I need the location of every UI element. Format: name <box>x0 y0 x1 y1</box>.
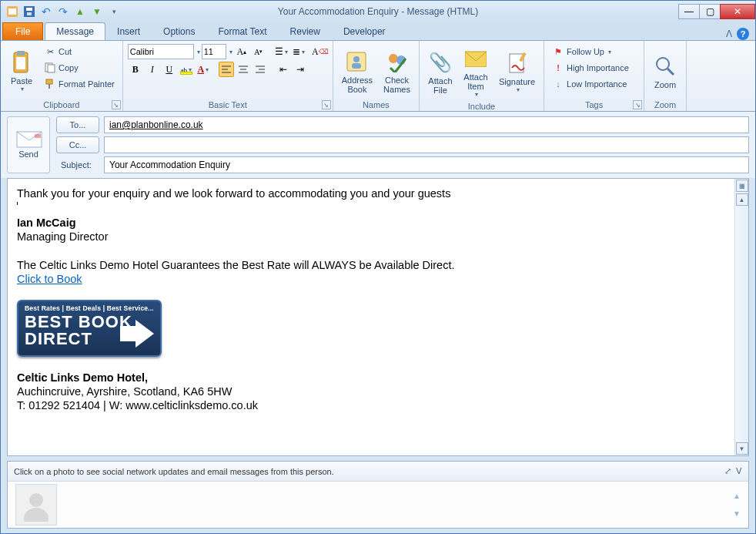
italic-icon[interactable]: I <box>145 62 160 77</box>
attach-item-button[interactable]: Attach Item▾ <box>460 44 492 100</box>
people-scroll-down-icon[interactable]: ▼ <box>733 509 741 518</box>
click-to-book-link[interactable]: Click to Book <box>17 273 82 285</box>
undo-icon[interactable]: ↶ <box>39 5 53 18</box>
ruler-toggle-icon[interactable]: ▦ <box>736 180 748 192</box>
people-pane-expand-icon[interactable]: ⤢ <box>724 466 731 476</box>
bullets-icon[interactable]: ☰▾ <box>274 44 289 59</box>
check-names-button[interactable]: Check Names <box>380 44 414 99</box>
hotel-name: Celtic Links Demo Hotel, <box>17 371 148 384</box>
outlook-icon[interactable] <box>5 5 19 18</box>
font-color-icon[interactable]: A▾ <box>196 62 211 77</box>
send-button[interactable]: Send <box>7 116 50 173</box>
highlight-icon[interactable]: ab▾ <box>179 62 194 77</box>
message-body[interactable]: Thank you for your enquiry and we look f… <box>8 179 734 455</box>
svg-rect-23 <box>352 63 361 69</box>
hotel-address: Auchincruive, Ayrshire, Scotland, KA6 5H… <box>17 385 725 398</box>
group-label-names: Names <box>338 99 414 109</box>
svg-rect-4 <box>27 12 32 15</box>
font-size-select[interactable] <box>202 44 226 59</box>
paste-button[interactable]: Paste ▾ <box>5 44 38 99</box>
align-left-icon[interactable] <box>219 62 234 77</box>
group-tags: ⚑Follow Up▾ !High Importance ↓Low Import… <box>544 41 644 111</box>
shrink-font-icon[interactable]: A▾ <box>251 44 266 59</box>
paperclip-icon: 📎 <box>428 50 453 75</box>
quick-access-toolbar: ↶ ↷ ▲ ▼ ▾ <box>1 5 121 18</box>
align-center-icon[interactable] <box>236 62 251 77</box>
tab-insert[interactable]: Insert <box>105 22 152 40</box>
font-name-select[interactable] <box>128 44 194 59</box>
zoom-button[interactable]: Zoom <box>649 44 681 99</box>
underline-icon[interactable]: U <box>162 62 177 77</box>
cut-button[interactable]: ✂Cut <box>41 44 118 59</box>
best-book-direct-logo: Best Rates | Best Deals | Best Service..… <box>17 300 162 357</box>
svg-point-24 <box>389 54 398 63</box>
group-label-tags: Tags <box>549 99 639 109</box>
scroll-down-icon[interactable]: ▼ <box>736 442 748 455</box>
minimize-button[interactable]: — <box>678 4 700 19</box>
save-icon[interactable] <box>22 5 36 18</box>
group-label-include: Include <box>424 100 539 111</box>
to-button[interactable]: To... <box>56 116 99 133</box>
increase-indent-icon[interactable]: ⇥ <box>293 62 308 77</box>
people-pane-hint: Click on a photo to see social network u… <box>14 467 334 476</box>
titlebar: ↶ ↷ ▲ ▼ ▾ Your Accommodation Enquiry - M… <box>1 1 755 22</box>
tab-message[interactable]: Message <box>45 22 105 40</box>
qat-customize-icon[interactable]: ▾ <box>107 5 121 18</box>
address-book-icon <box>345 49 370 74</box>
close-button[interactable]: ✕ <box>720 4 755 19</box>
magnifier-icon <box>653 54 677 79</box>
numbering-icon[interactable]: ≣▾ <box>291 44 306 59</box>
tab-developer[interactable]: Developer <box>332 22 397 40</box>
file-tab[interactable]: File <box>2 22 43 40</box>
tags-dialog-launcher[interactable]: ↘ <box>633 100 642 109</box>
people-pane-collapse-icon[interactable]: ᐯ <box>736 466 742 476</box>
subject-label: Subject: <box>56 160 99 170</box>
basic-text-dialog-launcher[interactable]: ↘ <box>322 100 331 109</box>
body-greeting: Thank you for your enquiry and we look f… <box>17 186 725 200</box>
scroll-up-icon[interactable]: ▲ <box>736 193 748 206</box>
people-scroll-up-icon[interactable]: ▲ <box>733 492 741 500</box>
low-importance-button[interactable]: ↓Low Importance <box>549 76 639 92</box>
svg-point-22 <box>353 56 360 62</box>
format-painter-button[interactable]: Format Painter <box>41 76 118 92</box>
svg-point-33 <box>29 493 43 507</box>
svg-rect-11 <box>49 84 50 89</box>
svg-rect-10 <box>46 79 52 84</box>
clipboard-dialog-launcher[interactable]: ↘ <box>112 100 121 109</box>
redo-icon[interactable]: ↷ <box>56 5 70 18</box>
maximize-button[interactable]: ▢ <box>699 4 721 19</box>
address-book-button[interactable]: Address Book <box>338 44 376 99</box>
body-scrollbar[interactable]: ▦ ▲ ▼ <box>734 179 748 455</box>
cc-button[interactable]: Cc... <box>56 136 99 153</box>
scissors-icon: ✂ <box>44 45 56 58</box>
flag-icon: ⚑ <box>552 45 564 58</box>
guarantee-text: The Celtic Links Demo Hotel Guarantees t… <box>17 258 725 272</box>
grow-font-icon[interactable]: A▴ <box>234 44 249 59</box>
cc-field[interactable] <box>104 136 749 153</box>
signature-button[interactable]: Signature▾ <box>495 44 539 100</box>
clear-formatting-icon[interactable]: A⌫ <box>313 44 328 59</box>
svg-rect-32 <box>35 134 41 138</box>
attach-item-icon <box>463 46 488 71</box>
tab-options[interactable]: Options <box>152 22 206 40</box>
tab-format-text[interactable]: Format Text <box>206 22 278 40</box>
copy-button[interactable]: Copy <box>41 60 118 76</box>
decrease-indent-icon[interactable]: ⇤ <box>276 62 291 77</box>
next-item-icon[interactable]: ▼ <box>90 5 104 18</box>
help-icon[interactable]: ? <box>737 28 749 40</box>
send-label: Send <box>18 149 38 159</box>
attach-file-button[interactable]: 📎 Attach File <box>424 44 457 100</box>
bold-icon[interactable]: B <box>128 62 143 77</box>
follow-up-button[interactable]: ⚑Follow Up▾ <box>549 44 639 59</box>
paste-label: Paste <box>11 76 32 86</box>
align-right-icon[interactable] <box>253 62 268 77</box>
svg-line-30 <box>667 69 674 75</box>
high-importance-button[interactable]: !High Importance <box>549 60 639 76</box>
prev-item-icon[interactable]: ▲ <box>73 5 87 18</box>
minimize-ribbon-icon[interactable]: ᐱ <box>726 29 732 39</box>
svg-rect-6 <box>17 51 25 55</box>
subject-field[interactable] <box>104 156 749 173</box>
tab-review[interactable]: Review <box>279 22 332 40</box>
contact-avatar[interactable] <box>15 484 57 526</box>
to-field[interactable] <box>104 116 749 133</box>
